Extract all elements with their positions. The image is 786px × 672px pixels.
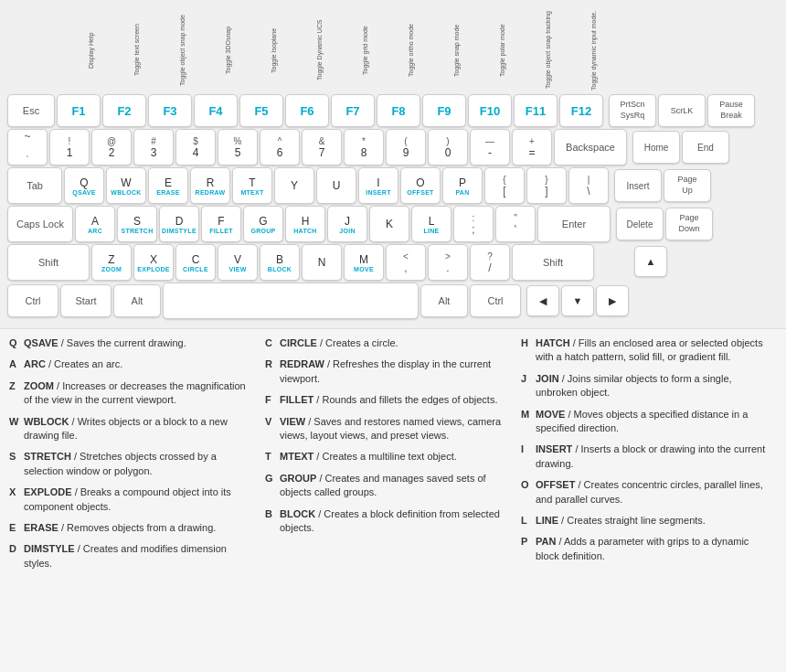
f11-key[interactable]: F11 (514, 94, 558, 127)
j-key[interactable]: JJOIN (327, 206, 367, 242)
9-key[interactable]: (9 (386, 129, 426, 165)
slash-key[interactable]: ?/ (470, 244, 510, 281)
pageup-key[interactable]: PageUp (664, 169, 711, 202)
home-key[interactable]: Home (632, 131, 680, 164)
backspace-key[interactable]: Backspace (554, 129, 627, 165)
f8-key[interactable]: F8 (377, 94, 420, 127)
o-key[interactable]: OOFFSET (400, 167, 441, 204)
esc-key[interactable]: Esc (7, 94, 55, 127)
start-key[interactable]: Start (60, 284, 112, 317)
desc-j: J JOIN / Joins similar objects to form a… (521, 372, 768, 400)
1-key[interactable]: !1 (49, 129, 90, 165)
f12-key[interactable]: F12 (559, 94, 603, 127)
minus-key[interactable]: —- (470, 129, 510, 165)
x-key[interactable]: XEXPLODE (133, 244, 174, 281)
b-key[interactable]: BBLOCK (260, 244, 300, 281)
f3-key[interactable]: F3 (148, 94, 192, 127)
m-key[interactable]: MMOVE (344, 244, 384, 281)
l-key[interactable]: LLINE (411, 206, 451, 242)
v-key[interactable]: VVIEW (218, 244, 258, 281)
f10-key[interactable]: F10 (468, 94, 512, 127)
arrow-left-key[interactable]: ◀ (526, 285, 559, 316)
r-key[interactable]: RREDRAW (190, 167, 230, 204)
backslash-key[interactable]: |\ (568, 167, 609, 204)
p-key[interactable]: PPAN (442, 167, 483, 204)
quote-key[interactable]: "' (495, 206, 536, 242)
s-key[interactable]: SSTRETCH (117, 206, 157, 242)
8-key[interactable]: *8 (344, 129, 384, 165)
t-key[interactable]: TMTEXT (232, 167, 272, 204)
q-key[interactable]: QQSAVE (64, 167, 104, 204)
desc-z: Z ZOOM / Increases or decreases the magn… (9, 379, 256, 408)
pagedown-key[interactable]: PageDown (665, 208, 713, 240)
f4-key[interactable]: F4 (194, 94, 238, 127)
2-key[interactable]: @2 (91, 129, 132, 165)
alt-right-key[interactable]: Alt (420, 284, 468, 317)
7-key[interactable]: &7 (302, 129, 342, 165)
enter-key[interactable]: Enter (537, 206, 611, 242)
arrow-down-key[interactable]: ▼ (561, 285, 594, 316)
3-key[interactable]: #3 (133, 129, 174, 165)
f7-key[interactable]: F7 (331, 94, 375, 127)
f2-key[interactable]: F2 (102, 94, 146, 127)
shift-right-key[interactable]: Shift (512, 244, 594, 281)
5-key[interactable]: %5 (218, 129, 258, 165)
desc-col-3: H HATCH / Fills an enclosed area or sele… (521, 336, 777, 578)
f1-key[interactable]: F1 (57, 94, 101, 127)
alt-left-key[interactable]: Alt (113, 284, 161, 317)
comma-key[interactable]: <, (386, 244, 426, 281)
number-row: ~` !1 @2 #3 $4 %5 ^6 &7 *8 (9 )0 —- += B… (7, 129, 779, 165)
e-key[interactable]: EERASE (148, 167, 188, 204)
f8-label: Toggle ortho mode (389, 9, 433, 91)
pause-key[interactable]: PauseBreak (707, 94, 755, 127)
i-key[interactable]: IINSERT (358, 167, 398, 204)
n-key[interactable]: N (302, 244, 342, 281)
bracket-open-key[interactable]: {[ (484, 167, 525, 204)
y-key[interactable]: Y (274, 167, 314, 204)
0-key[interactable]: )0 (428, 129, 468, 165)
f-key[interactable]: FFILLET (201, 206, 241, 242)
f3-label: Toggle object snap mode (161, 9, 205, 91)
u-key[interactable]: U (316, 167, 356, 204)
bracket-close-key[interactable]: }] (526, 167, 567, 204)
end-key[interactable]: End (682, 131, 729, 164)
z-key[interactable]: ZZOOM (91, 244, 132, 281)
delete-key[interactable]: Delete (616, 208, 664, 240)
desc-x: X EXPLODE / Breaks a compound object int… (9, 485, 256, 514)
a-key[interactable]: AARC (75, 206, 115, 242)
shift-left-key[interactable]: Shift (7, 244, 90, 281)
capslock-key[interactable]: Caps Lock (7, 206, 73, 242)
semicolon-key[interactable]: :; (453, 206, 494, 242)
f6-key[interactable]: F6 (285, 94, 329, 127)
4-key[interactable]: $4 (175, 129, 216, 165)
scrlk-key[interactable]: ScrLK (658, 94, 706, 127)
arrow-up-key[interactable]: ▲ (634, 246, 667, 277)
f9-key[interactable]: F9 (422, 94, 466, 127)
ctrl-left-key[interactable]: Ctrl (7, 284, 58, 317)
insert-key[interactable]: Insert (614, 169, 662, 202)
qwerty-row: Tab QQSAVE WWBLOCK EERASE RREDRAW TMTEXT… (7, 167, 779, 204)
desc-a: A ARC / Creates an arc. (9, 357, 256, 371)
f7-label: Toggle grid mode (344, 9, 388, 91)
prtscr-key[interactable]: PrtScnSysRq (609, 94, 656, 127)
desc-p: P PAN / Adds a parameter with grips to a… (521, 535, 768, 563)
g-key[interactable]: GGROUP (243, 206, 283, 242)
k-key[interactable]: K (369, 206, 409, 242)
f1-label: Display Help (69, 9, 113, 91)
equals-key[interactable]: += (512, 129, 552, 165)
asdf-row: Caps Lock AARC SSTRETCH DDIMSTYLE FFILLE… (7, 206, 779, 242)
tilde-key[interactable]: ~` (7, 129, 48, 165)
ctrl-right-key[interactable]: Ctrl (470, 284, 521, 317)
w-key[interactable]: WWBLOCK (106, 167, 146, 204)
tab-key[interactable]: Tab (7, 167, 62, 204)
space-key[interactable] (163, 283, 419, 319)
6-key[interactable]: ^6 (260, 129, 300, 165)
c-key[interactable]: CCIRCLE (175, 244, 216, 281)
f5-label: Toggle Isoplane (252, 9, 296, 91)
arrow-right-key[interactable]: ▶ (596, 285, 629, 316)
d-key[interactable]: DDIMSTYLE (159, 206, 199, 242)
h-key[interactable]: HHATCH (285, 206, 325, 242)
desc-col-2: C CIRCLE / Creates a circle. R REDRAW / … (265, 336, 521, 578)
period-key[interactable]: >. (428, 244, 468, 281)
f5-key[interactable]: F5 (239, 94, 283, 127)
